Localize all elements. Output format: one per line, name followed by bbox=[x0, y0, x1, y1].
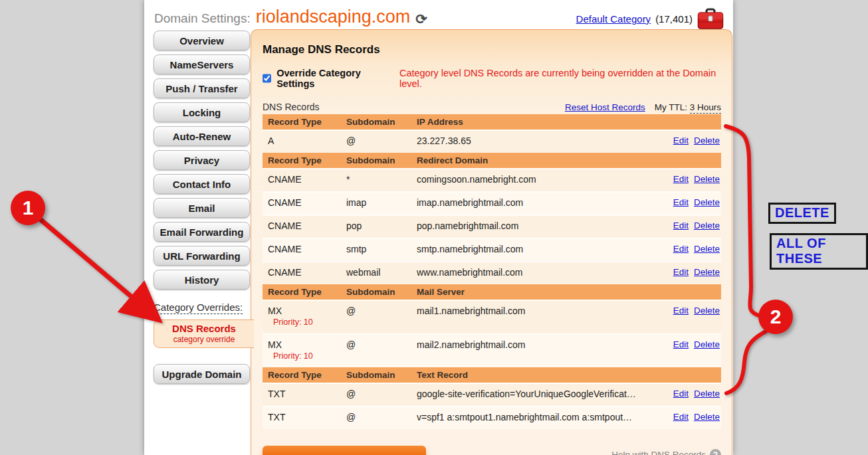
column-header: Record Type bbox=[268, 116, 346, 127]
override-category-checkbox[interactable] bbox=[263, 74, 271, 83]
delete-link[interactable]: Delete bbox=[694, 339, 720, 349]
delete-link[interactable]: Delete bbox=[694, 221, 720, 230]
record-value-cell: 23.227.38.65 bbox=[417, 136, 652, 146]
help-dns-records-link[interactable]: Help with DNS Records bbox=[611, 450, 706, 455]
table-section-header: Record TypeSubdomainMail Server bbox=[263, 284, 721, 300]
edit-link[interactable]: Edit bbox=[673, 339, 689, 349]
record-type-cell: TXT bbox=[268, 412, 346, 422]
subdomain-cell: @ bbox=[346, 136, 417, 146]
record-type-cell: MXPriority: 10 bbox=[268, 306, 346, 327]
page: Domain Settings: riolandscaping.com ⟳ De… bbox=[144, 0, 733, 455]
row-actions: EditDelete bbox=[652, 174, 721, 184]
ttl-value[interactable]: 3 Hours bbox=[690, 102, 721, 114]
toolbox-icon[interactable] bbox=[697, 8, 724, 30]
edit-link[interactable]: Edit bbox=[673, 136, 689, 145]
record-type-cell: A bbox=[268, 136, 346, 146]
delete-link[interactable]: Delete bbox=[694, 136, 720, 145]
record-type-cell: CNAME bbox=[268, 221, 346, 231]
column-header-actions bbox=[652, 286, 721, 287]
dns-table: Record TypeSubdomainIP AddressA@23.227.3… bbox=[263, 114, 721, 429]
record-value-cell: google-site-verification=YourUniqueGoogl… bbox=[417, 389, 652, 399]
column-header: Text Record bbox=[417, 369, 652, 380]
delete-link[interactable]: Delete bbox=[694, 197, 720, 207]
table-row: CNAMEsmtpsmtp.namebrightmail.comEditDele… bbox=[263, 238, 721, 261]
record-type-cell: CNAME bbox=[268, 244, 346, 254]
subdomain-cell: @ bbox=[346, 389, 417, 399]
sidebar-item-contact-info[interactable]: Contact Info bbox=[154, 174, 250, 194]
edit-link[interactable]: Edit bbox=[673, 197, 689, 207]
upgrade-domain-button[interactable]: Upgrade Domain bbox=[154, 364, 250, 384]
sidebar-item-email-forwarding[interactable]: Email Forwarding bbox=[154, 222, 250, 242]
record-value-cell: smtp.namebrightmail.com bbox=[417, 244, 652, 254]
sidebar-item-dns-records[interactable]: DNS Records category override bbox=[154, 319, 254, 348]
table-toolbar: DNS Records Reset Host Records My TTL: 3… bbox=[263, 102, 721, 112]
ttl-text: My TTL: 3 Hours bbox=[655, 102, 721, 112]
sidebar-item-privacy[interactable]: Privacy bbox=[154, 150, 250, 170]
delete-link[interactable]: Delete bbox=[694, 389, 720, 399]
table-row: MXPriority: 10@mail2.namebrightmail.comE… bbox=[263, 333, 721, 367]
delete-link[interactable]: Delete bbox=[694, 306, 720, 316]
column-header: Record Type bbox=[268, 155, 346, 165]
edit-link[interactable]: Edit bbox=[673, 244, 689, 254]
record-value-cell: mail2.namebrightmail.com bbox=[417, 339, 652, 350]
delete-link[interactable]: Delete bbox=[694, 412, 720, 422]
sidebar-item-email[interactable]: Email bbox=[154, 198, 250, 218]
help-question-icon[interactable]: ? bbox=[710, 449, 721, 455]
row-actions: EditDelete bbox=[652, 389, 721, 399]
subdomain-cell: imap bbox=[346, 197, 417, 208]
override-checkbox-label: Override Category Settings bbox=[276, 68, 394, 89]
subdomain-cell: pop bbox=[346, 221, 417, 231]
record-value-cell: comingsoon.namebright.com bbox=[417, 174, 652, 185]
panel-bottom-row: Add a New DNS Record ▶ Help with DNS Rec… bbox=[263, 446, 721, 455]
edit-link[interactable]: Edit bbox=[673, 389, 689, 399]
record-value-cell: mail1.namebrightmail.com bbox=[417, 306, 652, 316]
default-category-link[interactable]: Default Category bbox=[576, 13, 651, 25]
subdomain-cell: @ bbox=[346, 306, 417, 316]
delete-link[interactable]: Delete bbox=[694, 174, 720, 184]
record-value-cell: www.namebrightmail.com bbox=[417, 267, 652, 278]
record-type-cell: CNAME bbox=[268, 174, 346, 185]
table-row: A@23.227.38.65EditDelete bbox=[263, 130, 721, 153]
column-header-actions bbox=[652, 116, 721, 117]
record-value-cell: pop.namebrightmail.com bbox=[417, 221, 652, 231]
table-section-header: Record TypeSubdomainRedirect Domain bbox=[263, 153, 721, 168]
edit-link[interactable]: Edit bbox=[673, 221, 689, 230]
edit-link[interactable]: Edit bbox=[673, 267, 689, 277]
delete-link[interactable]: Delete bbox=[694, 267, 720, 277]
edit-link[interactable]: Edit bbox=[673, 412, 689, 422]
table-row: CNAMEpoppop.namebrightmail.comEditDelete bbox=[263, 215, 721, 238]
sidebar-item-auto-renew[interactable]: Auto-Renew bbox=[154, 126, 250, 146]
row-actions: EditDelete bbox=[652, 339, 721, 349]
table-row: MXPriority: 10@mail1.namebrightmail.comE… bbox=[263, 300, 721, 333]
table-row: CNAMEwebmailwww.namebrightmail.comEditDe… bbox=[263, 261, 721, 284]
edit-link[interactable]: Edit bbox=[673, 306, 689, 316]
sidebar-item-url-forwarding[interactable]: URL Forwarding bbox=[154, 246, 250, 266]
row-actions: EditDelete bbox=[652, 306, 721, 316]
sidebar-item-locking[interactable]: Locking bbox=[154, 102, 250, 122]
sidebar-buttons: OverviewNameServersPush / TransferLockin… bbox=[154, 31, 250, 290]
record-type-cell: MXPriority: 10 bbox=[268, 339, 346, 361]
category-count: (17,401) bbox=[655, 13, 693, 25]
refresh-icon[interactable]: ⟳ bbox=[415, 11, 427, 27]
delete-link[interactable]: Delete bbox=[694, 244, 720, 254]
sidebar-item-overview[interactable]: Overview bbox=[154, 31, 250, 50]
sidebar-item-push-transfer[interactable]: Push / Transfer bbox=[154, 78, 250, 98]
annotation-all-of-these-label: ALL OF THESE bbox=[770, 233, 868, 270]
dns-records-tab-label: DNS Records bbox=[156, 323, 253, 334]
sidebar-item-history[interactable]: History bbox=[154, 270, 250, 290]
ttl-label: My TTL: bbox=[655, 102, 687, 112]
row-actions: EditDelete bbox=[652, 412, 721, 422]
add-dns-record-button[interactable]: Add a New DNS Record ▶ bbox=[263, 446, 426, 455]
row-actions: EditDelete bbox=[652, 267, 721, 277]
row-actions: EditDelete bbox=[652, 197, 721, 207]
subdomain-cell: * bbox=[346, 174, 417, 185]
sidebar-item-nameservers[interactable]: NameServers bbox=[154, 54, 250, 74]
table-row: CNAME*comingsoon.namebright.comEditDelet… bbox=[263, 168, 721, 191]
record-type-cell: CNAME bbox=[268, 197, 346, 208]
reset-host-records-link[interactable]: Reset Host Records bbox=[565, 102, 645, 112]
subdomain-cell: webmail bbox=[346, 267, 417, 278]
edit-link[interactable]: Edit bbox=[673, 174, 689, 184]
sidebar: OverviewNameServersPush / TransferLockin… bbox=[154, 31, 250, 388]
column-header: Subdomain bbox=[346, 369, 417, 380]
table-row: TXT@google-site-verification=YourUniqueG… bbox=[263, 383, 721, 406]
